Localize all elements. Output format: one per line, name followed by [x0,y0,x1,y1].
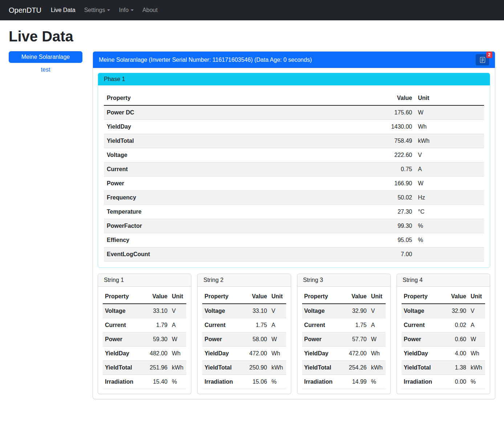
value-cell: 251.96 [144,361,170,375]
property-cell: Current [202,318,244,332]
table-row: Irradiation15.40% [103,375,186,389]
property-cell: Power [104,177,364,191]
table-header-row: PropertyValueUnit [302,290,386,304]
table-row: Current1.75A [202,318,286,332]
nav-links: Live Data Settings Info About [48,4,163,16]
value-cell: 222.60 [364,148,415,162]
unit-cell: A [468,318,485,332]
table-row: YieldDay482.00Wh [103,347,186,361]
string-card-header: String 3 [297,274,390,287]
value-cell: 58.00 [244,332,269,347]
property-cell: Power [103,332,144,347]
unit-cell: kWh [415,134,484,148]
property-cell: PowerFactor [104,219,364,233]
unit-cell: % [468,375,485,389]
table-row: Power DC175.60W [104,105,484,120]
property-cell: YieldDay [104,120,364,134]
column-header: Unit [269,290,286,304]
navbar: OpenDTU Live Data Settings Info About [0,0,504,20]
inverter-panel: Meine Solaranlage (Inverter Serial Numbe… [93,51,495,399]
property-cell: Current [104,162,364,177]
table-row: EventLogCount7.00 [104,247,484,262]
inverter-panel-body: Phase 1 PropertyValueUnitPower DC175.60W… [93,68,495,399]
string-card-header: String 4 [397,274,490,287]
value-cell: 15.40 [144,375,170,389]
property-cell: Current [402,318,443,332]
data-table: PropertyValueUnitVoltage33.10VCurrent1.7… [103,290,186,389]
eventlog-count-badge: 2 [486,52,492,58]
table-row: YieldTotal758.49kWh [104,134,484,148]
value-cell: 758.49 [364,134,415,148]
table-row: YieldTotal251.96kWh [103,361,186,375]
value-cell: 0.75 [364,162,415,177]
unit-cell: Hz [415,191,484,205]
unit-cell: kWh [369,361,386,375]
column-header: Unit [468,290,485,304]
unit-cell: °C [415,205,484,219]
inverter-select-test[interactable]: test [9,64,82,75]
property-cell: Power [302,332,344,347]
value-cell: 7.00 [364,247,415,262]
inverter-select-meine-solaranlage[interactable]: Meine Solaranlage [9,51,82,63]
unit-cell: Wh [415,120,484,134]
table-row: YieldDay1430.00Wh [104,120,484,134]
nav-item-settings[interactable]: Settings [81,4,113,16]
string-card-body: PropertyValueUnitVoltage32.90VCurrent1.7… [297,287,390,394]
nav-item-live-data[interactable]: Live Data [48,4,78,16]
property-cell: Irradiation [402,375,443,389]
table-row: YieldDay472.00Wh [302,347,386,361]
value-cell: 1430.00 [364,120,415,134]
nav-item-label: Info [119,7,129,13]
property-cell: YieldTotal [302,361,344,375]
table-row: Power58.00W [202,332,286,347]
property-cell: YieldDay [402,347,443,361]
column-header: Property [202,290,244,304]
table-row: Power0.60W [402,332,485,347]
phase-table-container: PropertyValueUnitPower DC175.60WYieldDay… [98,85,490,267]
page-container: Live Data Meine Solaranlage test Meine S… [0,28,504,408]
unit-cell: % [415,233,484,247]
value-cell: 50.02 [364,191,415,205]
eventlog-button[interactable]: 2 [476,54,489,65]
nav-item-info[interactable]: Info [116,4,137,16]
table-row: Power166.90W [104,177,484,191]
property-cell: Voltage [402,304,443,318]
column-header: Unit [369,290,386,304]
value-cell: 32.90 [443,304,468,318]
chevron-down-icon [131,9,134,11]
value-cell: 1.38 [443,361,468,375]
nav-item-label: About [142,7,158,13]
unit-cell: A [415,162,484,177]
table-row: Voltage32.90V [402,304,485,318]
table-row: Irradiation0.00% [402,375,485,389]
column-header: Unit [415,91,484,105]
data-table: PropertyValueUnitPower DC175.60WYieldDay… [104,91,484,262]
journal-text-icon [480,57,485,63]
unit-cell: Wh [468,347,485,361]
data-table: PropertyValueUnitVoltage32.90VCurrent0.0… [402,290,485,389]
property-cell: YieldTotal [104,134,364,148]
property-cell: YieldDay [103,347,144,361]
nav-item-about[interactable]: About [139,4,160,16]
table-row: PowerFactor99.30% [104,219,484,233]
table-row: Current0.02A [402,318,485,332]
property-cell: Effiency [104,233,364,247]
string-card-body: PropertyValueUnitVoltage33.10VCurrent1.7… [198,287,290,394]
unit-cell: W [369,332,386,347]
column-header: Unit [170,290,186,304]
string-card: String 1PropertyValueUnitVoltage33.10VCu… [98,274,191,394]
value-cell: 0.60 [443,332,468,347]
value-cell: 95.05 [364,233,415,247]
string-card-header: String 2 [198,274,290,287]
inverter-panel-title: Meine Solaranlage (Inverter Serial Numbe… [99,57,312,63]
table-row: Voltage33.10V [202,304,286,318]
unit-cell: % [415,219,484,233]
value-cell: 482.00 [144,347,170,361]
value-cell: 166.90 [364,177,415,191]
value-cell: 14.99 [344,375,369,389]
table-row: Voltage222.60V [104,148,484,162]
table-row: Current1.75A [302,318,386,332]
column-header: Property [103,290,144,304]
property-cell: Voltage [302,304,344,318]
brand-logo[interactable]: OpenDTU [9,6,41,15]
